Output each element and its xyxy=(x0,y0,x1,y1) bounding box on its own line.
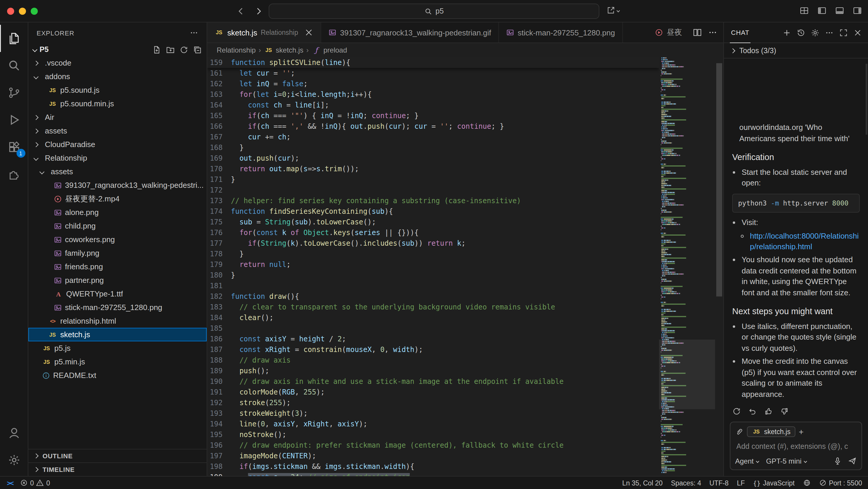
code-line[interactable]: 173// helper: find series key containing… xyxy=(207,195,659,206)
breadcrumb-item[interactable]: JSsketch.js xyxy=(264,46,303,54)
tree-item-coworkers.png[interactable]: coworkers.png xyxy=(28,233,207,246)
status-indentation[interactable]: Spaces: 4 xyxy=(671,479,701,486)
chat-settings-gear-icon[interactable] xyxy=(811,28,819,37)
breadcrumb-item[interactable]: ƒpreload xyxy=(311,46,347,54)
code-editor[interactable]: 159function splitCSVLine(line){ 161 let … xyxy=(207,57,723,476)
tree-item-Air[interactable]: Air xyxy=(28,111,207,124)
activitybar-search[interactable] xyxy=(0,52,28,79)
code-line[interactable]: 191 colorMode(RGB, 255); xyxy=(207,387,659,397)
code-line[interactable]: 196 // draw endpoint: prefer stickman im… xyxy=(207,440,659,451)
share-button[interactable] xyxy=(607,6,619,15)
status-problems[interactable]: 0 0 xyxy=(20,479,50,487)
tree-item-CloudParadise[interactable]: CloudParadise xyxy=(28,137,207,151)
code-line[interactable]: 172 xyxy=(207,185,659,195)
chat-scrollbar[interactable] xyxy=(866,64,867,135)
status-eol[interactable]: LF xyxy=(737,479,745,486)
send-icon[interactable] xyxy=(848,457,857,465)
toggle-primary-sidebar-icon[interactable] xyxy=(817,6,827,16)
code-line[interactable]: 190 // draw axis in white and use a stic… xyxy=(207,376,659,387)
activitybar-explorer[interactable] xyxy=(0,25,28,52)
tree-item-addons[interactable]: addons xyxy=(28,70,207,83)
code-line[interactable]: 194 line(0, axisY, xRight, axisY); xyxy=(207,419,659,429)
tab-stick-man-297255_1280.png[interactable]: stick-man-297255_1280.png xyxy=(499,23,623,42)
code-line[interactable]: 186 const axisY = height / 2; xyxy=(207,334,659,344)
minimap[interactable] xyxy=(659,57,715,476)
refresh-explorer-icon[interactable] xyxy=(180,45,188,54)
code-line[interactable]: 163 for(let i=0;i<line.length;i++){ xyxy=(207,89,659,100)
code-line[interactable]: 178 } xyxy=(207,249,659,259)
tree-item-assets[interactable]: assets xyxy=(28,165,207,178)
code-line[interactable]: 174function findSeriesKeyContaining(sub)… xyxy=(207,206,659,217)
tree-item-stick-man-297255_1280.png[interactable]: stick-man-297255_1280.png xyxy=(28,301,207,314)
activitybar-run-debug[interactable] xyxy=(0,106,28,133)
tab-sketch.js[interactable]: JSsketch.jsRelationship xyxy=(207,23,321,42)
context-chip[interactable]: JS sketch.js xyxy=(747,426,795,437)
browser-preview-icon[interactable] xyxy=(803,479,810,487)
chat-more-actions-icon[interactable] xyxy=(825,28,834,37)
chat-history-icon[interactable] xyxy=(797,28,805,37)
collapse-folders-icon[interactable] xyxy=(193,45,202,54)
sticky-scroll[interactable]: 159function splitCSVLine(line){ xyxy=(207,57,659,68)
tree-item-p5.sound.min.js[interactable]: JSp5.sound.min.js xyxy=(28,97,207,111)
tab-昼夜[interactable]: 昼夜 xyxy=(650,27,687,38)
tree-item-README.txt[interactable]: README.txt xyxy=(28,369,207,382)
tree-item-昼夜更替-2.mp4[interactable]: 昼夜更替-2.mp4 xyxy=(28,192,207,206)
activitybar-source-control[interactable] xyxy=(0,79,28,106)
code-line[interactable]: 170 return out.map(s=>s.trim()); xyxy=(207,163,659,174)
code-line[interactable]: 179 return null; xyxy=(207,259,659,270)
code-line[interactable]: 167 cur += ch; xyxy=(207,132,659,142)
minimize-window-button[interactable] xyxy=(19,7,26,14)
tree-item-partner.png[interactable]: partner.png xyxy=(28,273,207,287)
toggle-panel-icon[interactable] xyxy=(835,6,844,16)
tree-item-p5.min.js[interactable]: JSp5.min.js xyxy=(28,355,207,369)
chat-maximize-icon[interactable] xyxy=(839,28,848,37)
model-select[interactable]: GPT-5 mini xyxy=(766,457,807,465)
code-line[interactable]: 168 } xyxy=(207,142,659,153)
status-encoding[interactable]: UTF-8 xyxy=(709,479,728,486)
tab-391307_ragnarock13_walking-pedestrian.gif[interactable]: 391307_ragnarock13_walking-pedestrian.gi… xyxy=(321,23,499,42)
status-language[interactable]: {} JavaScript xyxy=(753,479,795,486)
tree-item-child.png[interactable]: child.png xyxy=(28,219,207,233)
code-line[interactable]: 162 let inQ = false; xyxy=(207,79,659,89)
attach-context-icon[interactable] xyxy=(735,428,743,436)
project-root[interactable]: P5 xyxy=(28,43,207,56)
code-line[interactable]: 164 const ch = line[i]; xyxy=(207,100,659,111)
tree-item-391307_ragnarock13_walking-pedestri...[interactable]: 391307_ragnarock13_walking-pedestri... xyxy=(28,178,207,192)
code-line[interactable]: 181 xyxy=(207,280,659,291)
code-line[interactable]: 183 // clear to transparent so the under… xyxy=(207,302,659,312)
chat-link[interactable]: http://localhost:8000/Relationship/relat… xyxy=(750,231,859,251)
chat-input-box[interactable]: JS sketch.js + Add context (#), extensio… xyxy=(730,422,862,470)
chat-input-placeholder[interactable]: Add context (#), extensions (@), c xyxy=(736,442,856,451)
code-line[interactable]: 184 clear(); xyxy=(207,312,659,323)
activitybar-accounts[interactable] xyxy=(0,419,28,447)
status-live-server-port[interactable]: Port : 5500 xyxy=(819,479,862,487)
code-line[interactable]: 166 if(ch === ',' && !inQ){ out.push(cur… xyxy=(207,121,659,132)
code-line[interactable]: 189 push(); xyxy=(207,366,659,376)
tree-item-p5.js[interactable]: JSp5.js xyxy=(28,341,207,355)
thumbs-up-icon[interactable] xyxy=(764,407,773,416)
maximize-window-button[interactable] xyxy=(31,7,38,14)
new-chat-icon[interactable] xyxy=(782,28,791,37)
todos-section[interactable]: Todos (3/3) xyxy=(724,43,868,58)
code-line[interactable]: 175 sub = String(sub).toLowerCase(); xyxy=(207,217,659,227)
tree-item-relationship.html[interactable]: <>relationship.html xyxy=(28,314,207,328)
close-window-button[interactable] xyxy=(7,7,14,14)
close-tab-icon[interactable] xyxy=(304,28,314,37)
agent-mode-select[interactable]: Agent xyxy=(735,457,759,465)
status-cursor-position[interactable]: Ln 35, Col 20 xyxy=(622,479,663,486)
editor-more-actions-icon[interactable] xyxy=(708,28,717,37)
code-line[interactable]: 197 imageMode(CENTER); xyxy=(207,451,659,461)
code-line[interactable]: 195 noStroke(); xyxy=(207,429,659,440)
code-line[interactable]: 188 // draw axis xyxy=(207,355,659,366)
timeline-section[interactable]: TIMELINE xyxy=(28,462,207,476)
add-context-button[interactable]: + xyxy=(799,428,804,436)
tree-item-assets[interactable]: assets xyxy=(28,124,207,137)
tree-item-Relationship[interactable]: Relationship xyxy=(28,151,207,165)
chat-title-tab[interactable]: CHAT xyxy=(730,22,750,43)
activitybar-extension-view[interactable] xyxy=(0,161,28,188)
tree-item-family.png[interactable]: family.png xyxy=(28,246,207,260)
code-line[interactable]: 176 for(const k of Object.keys(series ||… xyxy=(207,227,659,238)
code-line[interactable]: 198 if(imgs.stickman && imgs.stickman.wi… xyxy=(207,461,659,472)
code-line[interactable]: 165 if(ch === '"') { inQ = !inQ; continu… xyxy=(207,111,659,121)
tree-item-QWERTYpe-1.ttf[interactable]: AQWERTYpe-1.ttf xyxy=(28,287,207,301)
